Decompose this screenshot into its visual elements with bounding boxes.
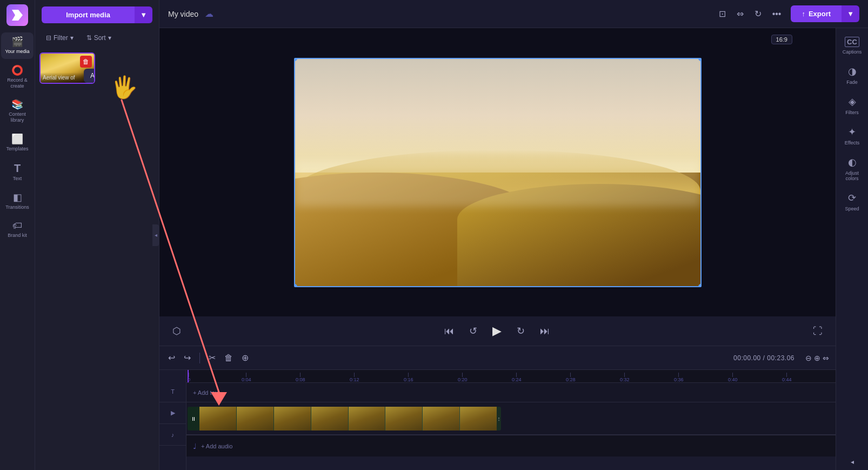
timeline-area: ↩ ↪ ✂ 🗑 ⊕ 00:00.00 / 00:23.06 ⊖ ⊕ ⇔ T	[159, 346, 836, 470]
top-bar-tools: ⊡ ⇔ ↻ •••	[716, 5, 785, 22]
collapse-right-sidebar-button[interactable]: ◂	[846, 454, 858, 470]
filters-icon: ◈	[849, 96, 856, 108]
ruler-mark-44: 0:44	[782, 377, 792, 382]
sort-icon: ⇅	[86, 34, 92, 42]
clip-pause-button[interactable]: ⏸	[188, 407, 199, 431]
right-tool-captions[interactable]: CC Captions	[837, 32, 867, 59]
redo-button[interactable]: ↪	[182, 350, 193, 365]
cut-button[interactable]: ✂	[206, 350, 218, 365]
export-button[interactable]: ↑ Export	[791, 5, 842, 22]
speed-icon: ⟳	[848, 192, 856, 204]
timeline-timecode: 00:00.00 / 00:23.06	[733, 354, 794, 362]
filter-button[interactable]: ⊟ Filter ▾	[42, 32, 78, 44]
right-tool-filters[interactable]: ◈ Filters	[837, 91, 867, 120]
timeline-zoom-controls: ⊖ ⊕ ⇔	[805, 354, 829, 362]
video-container: 16:9	[159, 28, 836, 316]
ruler-mark-24: 0:24	[512, 377, 522, 382]
panel-collapse-handle[interactable]: ◂	[152, 224, 159, 246]
sidebar-item-brand-kit[interactable]: 🏷 Brand kit	[1, 216, 34, 243]
media-item[interactable]: 🗑 Add to timeline Aerial view of	[39, 52, 95, 84]
filter-icon: ⊟	[46, 34, 51, 42]
sidebar-item-content-library[interactable]: 📚 Content library	[1, 95, 34, 128]
your-media-icon: 🎬	[11, 37, 23, 47]
ruler-mark-8: 0:08	[296, 377, 305, 382]
video-controls: ⬡ ⏮ ↺ ▶ ↻ ⏭ ⛶	[159, 316, 836, 346]
clip-end-handle[interactable]: ⋮	[497, 407, 501, 431]
flip-tool-button[interactable]: ⇔	[733, 5, 747, 22]
video-track-row: ⏸	[186, 402, 836, 435]
fullscreen-button[interactable]: ⛶	[811, 323, 825, 339]
audio-track-row: ♩ + Add audio	[186, 435, 836, 456]
sidebar-item-transitions[interactable]: ◧ Transitions	[1, 188, 34, 215]
fit-timeline-button[interactable]: ⇔	[823, 354, 829, 362]
right-tool-adjust-colors[interactable]: ◐ Adjust colors	[837, 152, 867, 186]
clip-frame	[423, 407, 459, 431]
ruler-mark-32: 0:32	[620, 377, 630, 382]
right-tool-effects[interactable]: ✦ Effects	[837, 122, 867, 150]
sidebar-item-record-create[interactable]: ⭕ Record & create	[1, 61, 34, 94]
ruler-mark-28: 0:28	[566, 377, 576, 382]
ruler-mark-36: 0:36	[674, 377, 684, 382]
clip-frame	[311, 407, 348, 431]
toolbar-divider-1	[199, 353, 200, 363]
export-arrow-button[interactable]: ▼	[842, 5, 859, 22]
media-panel: Import media ▼ ⊟ Filter ▾ ⇅ Sort ▾ 🗑 Add…	[35, 0, 159, 470]
mask-button[interactable]: ⬡	[170, 323, 183, 339]
video-track-label: ▶	[159, 402, 186, 424]
top-bar: My video ☁ ⊡ ⇔ ↻ ••• ↑ Export ▼	[159, 0, 868, 28]
sort-button[interactable]: ⇅ Sort ▾	[82, 32, 116, 44]
add-audio-button[interactable]: + Add audio	[201, 443, 232, 449]
delete-media-button[interactable]: 🗑	[80, 56, 92, 68]
more-tools-button[interactable]: •••	[769, 6, 785, 22]
project-title[interactable]: My video	[168, 10, 198, 18]
ruler-mark-20: 0:20	[458, 377, 468, 382]
clip-frame	[460, 407, 497, 431]
back5-button[interactable]: ↺	[467, 323, 479, 339]
media-grid: 🗑 Add to timeline Aerial view of	[35, 48, 159, 470]
audio-track-label: ♪	[159, 424, 186, 446]
add-to-timeline-tooltip: Add to timeline	[84, 69, 95, 83]
right-tool-fade[interactable]: ◑ Fade	[837, 61, 867, 89]
filter-chevron-icon: ▾	[70, 34, 74, 42]
brand-kit-icon: 🏷	[12, 221, 22, 230]
timeline-playhead[interactable]	[188, 370, 189, 382]
music-note-icon: ♩	[193, 442, 197, 451]
play-pause-button[interactable]: ▶	[490, 322, 504, 340]
timeline-content: T ▶ ♪ 0 0:04 0:08 0:12 0:16 0:20	[159, 370, 836, 470]
clip-frame	[199, 407, 236, 431]
undo-button[interactable]: ↩	[166, 350, 177, 365]
video-clip[interactable]: ⏸	[188, 407, 501, 431]
crop-tool-button[interactable]: ⊡	[716, 5, 729, 22]
app-logo[interactable]	[6, 4, 28, 26]
ruler-mark-16: 0:16	[404, 377, 413, 382]
sidebar-item-your-media[interactable]: 🎬 Your media	[1, 32, 34, 59]
add-clip-button[interactable]: ⊕	[239, 350, 251, 365]
sidebar-item-templates[interactable]: ⬜ Templates	[1, 130, 34, 156]
video-frame[interactable]	[294, 58, 702, 287]
skip-start-button[interactable]: ⏮	[442, 323, 456, 339]
delete-button[interactable]: 🗑	[222, 351, 235, 365]
content-library-icon: 📚	[11, 100, 23, 109]
record-create-icon: ⭕	[11, 65, 23, 75]
sidebar-item-text[interactable]: T Text	[1, 158, 34, 186]
templates-icon: ⬜	[11, 134, 23, 144]
right-tool-speed[interactable]: ⟳ Speed	[837, 188, 867, 216]
media-filter-bar: ⊟ Filter ▾ ⇅ Sort ▾	[35, 30, 159, 48]
fade-icon: ◑	[848, 65, 857, 77]
add-text-button[interactable]: + Add text	[193, 389, 219, 396]
import-media-button[interactable]: Import media	[42, 6, 135, 23]
effects-icon: ✦	[848, 126, 856, 138]
timeline-tracks: 0 0:04 0:08 0:12 0:16 0:20 0:24 0:28 0:3…	[186, 370, 836, 470]
clip-frame	[237, 407, 273, 431]
preview-and-right-sidebar: 16:9 ⬡ ⏮ ↺ ▶ ↻ ⏭ ⛶ ↩ ↪ ✂ 🗑 ⊕	[159, 28, 868, 470]
zoom-out-button[interactable]: ⊖	[805, 354, 812, 362]
rotate-tool-button[interactable]: ↻	[751, 5, 765, 22]
fwd5-button[interactable]: ↻	[515, 323, 527, 339]
sort-chevron-icon: ▾	[108, 34, 111, 42]
zoom-in-button[interactable]: ⊕	[814, 354, 820, 362]
clip-frame	[385, 407, 422, 431]
import-media-arrow-button[interactable]: ▼	[135, 6, 152, 23]
clip-frame	[349, 407, 385, 431]
skip-end-button[interactable]: ⏭	[538, 323, 552, 339]
import-button-group: Import media ▼	[42, 6, 152, 23]
